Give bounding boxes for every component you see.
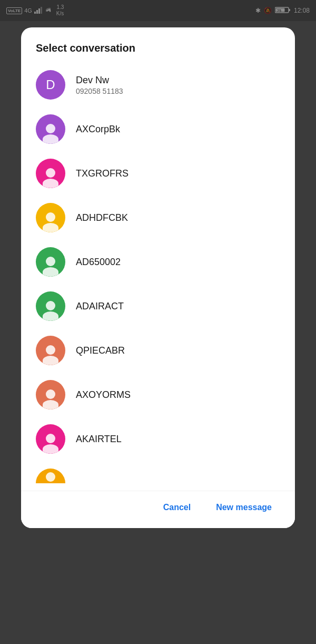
avatar bbox=[36, 203, 65, 232]
list-item[interactable]: AXCorpBk bbox=[21, 107, 295, 151]
contact-phone: 092058 51183 bbox=[76, 87, 123, 95]
avatar bbox=[36, 114, 65, 144]
contact-name: ADAIRACT bbox=[76, 301, 124, 312]
person-body bbox=[43, 356, 58, 365]
person-body bbox=[43, 223, 58, 232]
person-icon bbox=[36, 114, 65, 144]
cancel-button[interactable]: Cancel bbox=[153, 497, 201, 518]
avatar-partial bbox=[36, 469, 65, 483]
avatar: D bbox=[36, 70, 65, 100]
person-body bbox=[43, 179, 58, 188]
contact-name: AXCorpBk bbox=[76, 124, 120, 135]
person-icon bbox=[36, 291, 65, 321]
person-head bbox=[46, 434, 55, 443]
person-icon bbox=[36, 203, 65, 232]
avatar-letter: D bbox=[46, 77, 55, 92]
person-head bbox=[46, 124, 55, 133]
avatar bbox=[36, 336, 65, 365]
person-head bbox=[46, 212, 55, 222]
dialog-footer: Cancel New message bbox=[21, 491, 295, 528]
contact-name: ADHDFCBK bbox=[76, 212, 128, 223]
modal-overlay: Select conversation D Dev Nw 092058 5118… bbox=[0, 0, 316, 644]
avatar bbox=[36, 291, 65, 321]
person-body bbox=[43, 444, 58, 454]
contact-info: QPIECABR bbox=[76, 345, 125, 356]
person-body bbox=[43, 400, 58, 409]
contact-name: TXGROFRS bbox=[76, 168, 129, 179]
person-icon bbox=[36, 159, 65, 188]
contact-info: AD650002 bbox=[76, 257, 121, 268]
contact-info: ADAIRACT bbox=[76, 301, 124, 312]
person-icon bbox=[36, 469, 65, 483]
list-item-partial[interactable] bbox=[21, 461, 295, 491]
person-head bbox=[46, 257, 55, 266]
dialog-title: Select conversation bbox=[21, 27, 295, 63]
person-icon bbox=[36, 380, 65, 409]
contact-info: AXOYORMS bbox=[76, 389, 131, 401]
person-icon bbox=[36, 424, 65, 454]
list-item[interactable]: ADAIRACT bbox=[21, 284, 295, 328]
list-item[interactable]: D Dev Nw 092058 51183 bbox=[21, 63, 295, 107]
person-body bbox=[43, 267, 58, 277]
conversation-list: D Dev Nw 092058 51183 AXCorpBk bbox=[21, 63, 295, 491]
person-head bbox=[46, 389, 55, 399]
contact-info: TXGROFRS bbox=[76, 168, 129, 179]
contact-name: AD650002 bbox=[76, 257, 121, 268]
select-conversation-dialog: Select conversation D Dev Nw 092058 5118… bbox=[21, 27, 295, 528]
contact-info: ADHDFCBK bbox=[76, 212, 128, 223]
person-head bbox=[46, 345, 55, 355]
list-item[interactable]: AXOYORMS bbox=[21, 373, 295, 417]
person-head bbox=[46, 472, 55, 482]
contact-name: QPIECABR bbox=[76, 345, 125, 356]
contact-info: AKAIRTEL bbox=[76, 434, 122, 445]
avatar bbox=[36, 380, 65, 409]
person-body bbox=[43, 134, 58, 144]
contact-name: AXOYORMS bbox=[76, 389, 131, 401]
contact-info: Dev Nw 092058 51183 bbox=[76, 75, 123, 95]
person-head bbox=[46, 301, 55, 310]
person-head bbox=[46, 168, 55, 178]
person-body bbox=[43, 311, 58, 321]
person-icon bbox=[36, 336, 65, 365]
contact-name: AKAIRTEL bbox=[76, 434, 122, 445]
person-icon bbox=[36, 247, 65, 277]
list-item[interactable]: QPIECABR bbox=[21, 328, 295, 373]
new-message-button[interactable]: New message bbox=[205, 497, 282, 518]
list-item[interactable]: TXGROFRS bbox=[21, 151, 295, 196]
avatar bbox=[36, 247, 65, 277]
contact-info: AXCorpBk bbox=[76, 124, 120, 135]
list-item[interactable]: AKAIRTEL bbox=[21, 417, 295, 461]
list-item[interactable]: ADHDFCBK bbox=[21, 196, 295, 240]
contact-name: Dev Nw bbox=[76, 75, 123, 86]
avatar bbox=[36, 159, 65, 188]
avatar bbox=[36, 424, 65, 454]
list-item[interactable]: AD650002 bbox=[21, 240, 295, 284]
